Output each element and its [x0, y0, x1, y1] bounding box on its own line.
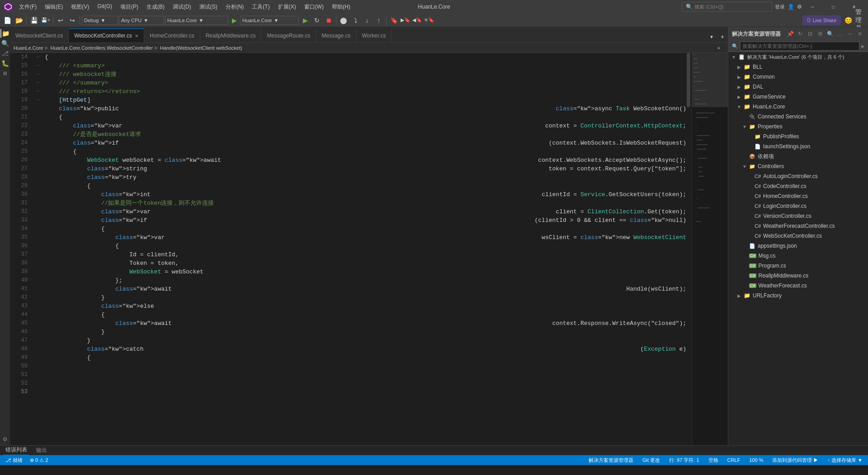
tree-item-依赖项[interactable]: 📦 依赖项 [728, 151, 868, 161]
tree-item-HomeController-cs[interactable]: C# HomeController.cs [728, 191, 868, 201]
tab-websocket-controller-close[interactable]: ✕ [135, 33, 138, 38]
search-box[interactable]: 🔍 ▶ [728, 41, 868, 52]
panel-settings-btn[interactable]: ⚙ [816, 29, 825, 38]
fold-marker-20[interactable]: ─ [35, 61, 41, 70]
tree-item-appsettings-json[interactable]: 📄 appsettings.json [728, 241, 868, 251]
panel-search-btn[interactable]: 🔍 [826, 29, 835, 38]
save-btn[interactable]: 💾 [28, 15, 39, 26]
tab-websocket-controller[interactable]: WebsocKetController.cs ✕ [69, 28, 144, 42]
stop-btn[interactable]: ⏹ [323, 15, 334, 26]
breadcrumb-action-btn[interactable]: + [713, 42, 724, 53]
menu-file[interactable]: 文件(F) [15, 2, 40, 12]
activity-settings[interactable]: ⚙ [0, 434, 9, 443]
bottom-tab-errors[interactable]: 错误列表 [4, 446, 29, 456]
debug-mode-dropdown[interactable]: Debug ▼ [82, 16, 118, 25]
tree-item-URLFactory[interactable]: ▶ 📁 URLFactory [728, 291, 868, 301]
run-alt-btn[interactable]: ▶ [300, 15, 311, 26]
search-bar[interactable]: 🔍 搜索 (Ctrl+Q) [682, 2, 772, 12]
status-errors[interactable]: ⊗ 0 ⚠ 2 [28, 457, 50, 463]
menu-view[interactable]: 视图(V) [67, 2, 93, 12]
bottom-tab-output[interactable]: 输出 [34, 446, 49, 456]
activity-git[interactable]: ⎇ [0, 49, 9, 58]
menu-analyze[interactable]: 分析(N) [222, 2, 248, 12]
tab-websocket-client[interactable]: WebsocketClient.cs [10, 28, 69, 42]
minimize-btn[interactable]: ─ [802, 0, 823, 14]
fold-marker-36[interactable]: ─ [35, 87, 41, 96]
tree-item-Properties[interactable]: ▼ 📁 Properties [728, 122, 868, 132]
fold-marker-31[interactable]: ─ [35, 79, 41, 87]
tab-worker[interactable]: Worker.cs [357, 28, 392, 42]
solution-search-input[interactable] [740, 42, 859, 51]
status-git-changes[interactable]: Git 更改 [641, 457, 662, 464]
menu-test[interactable]: 测试(S) [196, 2, 221, 12]
menu-build[interactable]: 生成(B) [143, 2, 168, 12]
run-btn[interactable]: ▶ [229, 15, 239, 25]
status-git-branch[interactable]: ⎇ 就绪 [4, 457, 24, 464]
live-share-btn[interactable]: ⟨⟩ Live Share [802, 15, 841, 25]
new-file-btn[interactable]: 📄 [2, 15, 13, 26]
breakpoint-btn[interactable]: ⬤ [338, 15, 349, 26]
tree-item-DAL[interactable]: ▶ 📁 DAL [728, 82, 868, 92]
tree-item-Controllers[interactable]: ▼ 📁 Controllers [728, 161, 868, 171]
vertical-scrollbar[interactable] [686, 53, 692, 445]
breadcrumb-method[interactable]: Handle(WebsocketClient webSocket) [160, 45, 242, 51]
tab-message-route[interactable]: MessageRoute.cs [261, 28, 316, 42]
platform-dropdown[interactable]: Any CPU ▼ [119, 16, 164, 25]
tree-item-BLL[interactable]: ▶ 📁 BLL [728, 62, 868, 72]
open-file-btn[interactable]: 📂 [14, 15, 24, 26]
tree-item-VersionController-cs[interactable]: C# VersionController.cs [728, 211, 868, 221]
project-dropdown[interactable]: HuanLe.Core ▼ [165, 16, 228, 25]
activity-extensions[interactable]: ⊞ [0, 69, 9, 78]
tree-item-Msg-cs[interactable]: C# Msg.cs [728, 251, 868, 261]
status-encoding[interactable]: CRLF [726, 457, 742, 464]
tab-reallp-middleware[interactable]: ReallpMiddleware.cs [200, 28, 262, 42]
redo-btn[interactable]: ↪ [67, 15, 78, 26]
tree-item-HuanLe.Core[interactable]: ▼ 📁 HuanLe.Core [728, 102, 868, 112]
tab-new-btn[interactable]: + [717, 32, 728, 42]
tree-item-WeatherForecast-cs[interactable]: C# WeatherForecast.cs [728, 281, 868, 291]
step-out-btn[interactable]: ↑ [373, 15, 384, 26]
fold-marker-15[interactable]: ─ [35, 53, 41, 61]
menu-project[interactable]: 项目(P) [117, 2, 142, 12]
tree-item-launchSettings-json[interactable]: 📄 launchSettings.json [728, 141, 868, 151]
tree-item-PublishProfiles[interactable]: 📁 PublishProfiles [728, 132, 868, 141]
refresh-btn[interactable]: ↻ [311, 15, 322, 26]
tree-item-AutoLoginController-cs[interactable]: C# AutoLoginController.cs [728, 171, 868, 181]
status-solution-explorer[interactable]: 解决方案资源管理器 [587, 457, 635, 464]
scrollbar-thumb[interactable] [687, 53, 690, 107]
tree-item-WeatherForecastController-cs[interactable]: C# WeatherForecastController.cs [728, 221, 868, 231]
login-btn[interactable]: 登录 [775, 4, 785, 10]
code-content[interactable]: { /// <summary> /// websocket连接 /// </su… [41, 53, 686, 445]
solution-root[interactable]: ▼ 📋 解决方案 'HuanLe.Core' (6 个项目，共 6 个) [728, 52, 868, 62]
panel-sync-btn[interactable]: ↻ [796, 29, 805, 38]
tab-overflow-btn[interactable]: ▼ [706, 32, 717, 42]
status-row-col[interactable]: 行: 97 字符: 1 [667, 457, 701, 464]
status-spaces[interactable]: 空格 [707, 457, 720, 464]
save-all-btn[interactable]: 💾+ [40, 15, 51, 26]
tree-item-WebSocKetController-cs[interactable]: C# WebSocKetController.cs [728, 231, 868, 241]
panel-pin-btn[interactable]: 📌 [786, 29, 795, 38]
menu-help[interactable]: 帮助(H) [328, 2, 354, 12]
step-into-btn[interactable]: ↓ [362, 15, 373, 26]
status-zoom[interactable]: 100 % [747, 457, 765, 464]
bookmark-next-btn[interactable]: ▶🔖 [400, 15, 411, 26]
tab-home-controller[interactable]: HomeController.cs [144, 28, 200, 42]
bookmark-btn[interactable]: 🔖 [388, 15, 399, 26]
menu-edit[interactable]: 编辑(E) [41, 2, 66, 12]
activity-debug[interactable]: 🐛 [0, 59, 9, 68]
activity-explorer[interactable]: 📁 [0, 29, 9, 38]
tree-item-ReallpMiddleware-cs[interactable]: C# ReallpMiddleware.cs [728, 271, 868, 281]
menu-debug[interactable]: 调试(D) [169, 2, 195, 12]
status-select-repo[interactable]: ↑ 选择存储库 ▼ [826, 457, 865, 464]
bookmark-clear-btn[interactable]: ✕🔖 [424, 15, 434, 26]
feedback-btn[interactable]: 😊 [843, 15, 854, 26]
panel-close-btn[interactable]: ✕ [855, 29, 864, 38]
fold-marker-25[interactable]: ─ [35, 70, 41, 79]
tree-item-Program-cs[interactable]: C# Program.cs [728, 261, 868, 271]
menu-window[interactable]: 窗口(W) [301, 2, 327, 12]
panel-collapse-btn[interactable]: ─ [845, 29, 854, 38]
tree-item-Connected-Services[interactable]: 🔌 Connected Services [728, 112, 868, 122]
maximize-btn[interactable]: □ [823, 0, 844, 14]
admin-btn[interactable]: 管理员 [855, 15, 866, 26]
tree-item-CodeController-cs[interactable]: C# CodeController.cs [728, 181, 868, 191]
